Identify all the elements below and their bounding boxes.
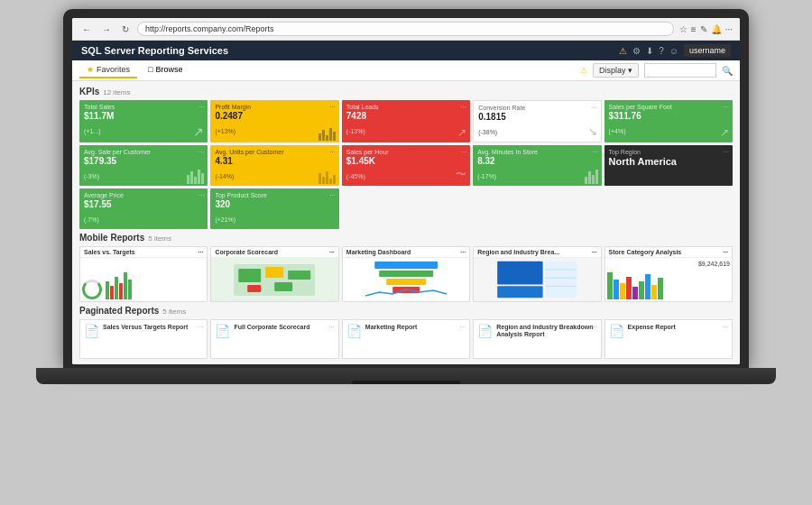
download-icon[interactable]: ⬇	[646, 46, 653, 56]
kpi-avg-price: ··· Average Price $17.55 (.7%)	[79, 188, 208, 229]
kpi-total-sales: ··· Total Sales $11.7M (+1...) ↗	[79, 100, 208, 142]
report-dots[interactable]: ···	[329, 249, 335, 255]
kpi-sales-per-hour: ··· Sales per Hour $1.45K (-45%) 〜	[342, 145, 470, 186]
edit-icon[interactable]: ✎	[700, 24, 707, 34]
kpi-row-3: ··· Average Price $17.55 (.7%) ··· Top P…	[79, 188, 733, 229]
kpi-label: Top Region	[609, 149, 728, 155]
pag-report-expense[interactable]: 📄 Expense Report ···	[604, 319, 733, 359]
sparkline-bars	[185, 168, 206, 184]
paginated-reports-grid: 📄 Sales Versus Targets Report ··· 📄 Full…	[79, 319, 733, 359]
kpi-value: $1.45K	[346, 156, 466, 166]
report-file-icon: 📄	[84, 324, 99, 338]
report-region-industry[interactable]: Region and Industry Brea... ···	[473, 246, 601, 302]
kpi-label: Conversion Rate	[478, 105, 595, 111]
report-card-header: Sales vs. Targets ···	[80, 247, 207, 258]
alert-icon[interactable]: ⚠	[619, 46, 627, 56]
report-file-icon: 📄	[346, 324, 362, 338]
refresh-button[interactable]: ↻	[119, 23, 132, 35]
ssrs-toolbar: ★ Favorites □ Browse ⚠ Display ▾ 🔍	[72, 60, 740, 81]
kpi-dots[interactable]: ···	[461, 148, 467, 156]
pag-dots[interactable]: ···	[460, 323, 466, 331]
report-dots[interactable]: ···	[460, 249, 466, 255]
kpi-empty-3	[604, 188, 733, 229]
pag-report-corporate[interactable]: 📄 Full Corporate Scorecard ···	[210, 319, 338, 359]
report-dots[interactable]: ···	[723, 249, 728, 255]
back-button[interactable]: ←	[79, 23, 94, 35]
favorites-tab[interactable]: ★ Favorites	[79, 62, 137, 78]
kpi-change: (.7%)	[84, 216, 99, 223]
kpi-dots[interactable]: ···	[723, 148, 729, 156]
kpi-dots[interactable]: ···	[198, 148, 205, 156]
pag-report-marketing[interactable]: 📄 Marketing Report ···	[342, 319, 470, 359]
report-card-header: Marketing Dashboard ···	[343, 247, 469, 258]
toolbar-right: ⚠ Display ▾ 🔍	[580, 63, 733, 78]
paginated-reports-section: Paginated Reports5 items 📄 Sales Versus …	[79, 306, 733, 359]
pag-info: Sales Versus Targets Report	[103, 324, 203, 331]
svg-rect-2	[266, 267, 284, 278]
settings-icon[interactable]: ⚙	[632, 46, 641, 56]
bell-icon[interactable]: 🔔	[711, 24, 722, 34]
kpi-label: Total Sales	[84, 104, 203, 110]
address-bar[interactable]: http://reports.company.com/Reports	[137, 22, 674, 36]
pag-dots[interactable]: ···	[198, 323, 204, 331]
search-icon[interactable]: 🔍	[722, 66, 733, 76]
kpi-label: Avg. Minutes In Store	[477, 149, 596, 155]
browse-label: Browse	[155, 65, 182, 74]
report-dots[interactable]: ···	[198, 249, 204, 255]
display-button[interactable]: Display ▾	[593, 63, 639, 78]
sparkline-icon: ↘	[588, 125, 597, 138]
kpis-section: KPIs12 items ··· Total Sales $11.7M (+1.…	[79, 87, 733, 229]
kpis-section-title: KPIs12 items	[79, 87, 733, 96]
report-corporate-scorecard[interactable]: Corporate Scorecard ···	[210, 246, 338, 302]
forward-button[interactable]: →	[99, 23, 114, 35]
ssrs-main-content: KPIs12 items ··· Total Sales $11.7M (+1.…	[72, 81, 740, 364]
kpi-dots[interactable]: ···	[591, 104, 597, 112]
browser-icons: ☆ ≡ ✎ 🔔 ···	[679, 24, 733, 34]
svg-rect-11	[497, 286, 542, 298]
kpi-dots[interactable]: ···	[592, 148, 598, 156]
kpi-value: 320	[215, 199, 334, 209]
report-marketing-dashboard[interactable]: Marketing Dashboard ···	[342, 246, 470, 302]
kpi-dots[interactable]: ···	[329, 148, 336, 156]
pag-title: Sales Versus Targets Report	[103, 324, 203, 331]
svg-rect-7	[379, 271, 433, 277]
report-store-category[interactable]: Store Category Analysis ··· $9,242,619	[604, 246, 733, 302]
kpi-dots[interactable]: ···	[198, 191, 205, 199]
more-icon[interactable]: ···	[725, 24, 733, 34]
kpi-dots[interactable]: ···	[461, 103, 467, 111]
kpi-dots[interactable]: ···	[198, 103, 205, 111]
svg-rect-3	[289, 271, 311, 280]
report-dots[interactable]: ···	[592, 249, 597, 255]
kpi-value: 0.1815	[478, 112, 595, 122]
pag-dots[interactable]: ···	[328, 323, 335, 331]
kpi-label: Profit Margin	[215, 104, 334, 110]
kpi-change: (+1...)	[84, 128, 100, 134]
kpi-dots[interactable]: ···	[329, 103, 336, 111]
mobile-reports-grid: Sales vs. Targets ···	[79, 246, 733, 302]
kpi-north-america: North America	[609, 156, 728, 167]
pag-report-region[interactable]: 📄 Region and Industry Breakdown Analysis…	[473, 319, 601, 359]
laptop-wrapper: ← → ↻ http://reports.company.com/Reports…	[36, 9, 776, 496]
kpi-label: Sales per Hour	[346, 149, 466, 155]
kpi-dots[interactable]: ···	[723, 103, 729, 111]
kpi-value: 7428	[346, 111, 466, 121]
paginated-reports-title: Paginated Reports5 items	[79, 306, 733, 316]
browse-tab[interactable]: □ Browse	[141, 62, 189, 78]
menu-icon[interactable]: ≡	[691, 24, 697, 34]
kpi-top-region: ··· Top Region North America	[604, 145, 733, 186]
pag-dots[interactable]: ···	[722, 323, 728, 331]
kpi-row-1: ··· Total Sales $11.7M (+1...) ↗ ··· Pro…	[79, 100, 733, 142]
report-sales-targets[interactable]: Sales vs. Targets ···	[79, 246, 208, 302]
kpi-change: (-45%)	[346, 173, 365, 179]
help-icon[interactable]: ?	[659, 46, 664, 56]
search-input[interactable]	[644, 63, 716, 78]
user-icon[interactable]: ☺	[669, 46, 678, 56]
pag-dots[interactable]: ···	[591, 323, 597, 331]
report-card-header: Region and Industry Brea... ···	[474, 247, 600, 258]
pag-info: Marketing Report	[365, 324, 466, 331]
kpi-dots[interactable]: ···	[329, 191, 336, 199]
kpi-label: Avg. Units per Customer	[215, 149, 334, 155]
pag-report-sales-targets[interactable]: 📄 Sales Versus Targets Report ···	[79, 319, 208, 359]
kpi-value: $11.7M	[84, 111, 203, 121]
bookmark-icon[interactable]: ☆	[679, 24, 687, 34]
